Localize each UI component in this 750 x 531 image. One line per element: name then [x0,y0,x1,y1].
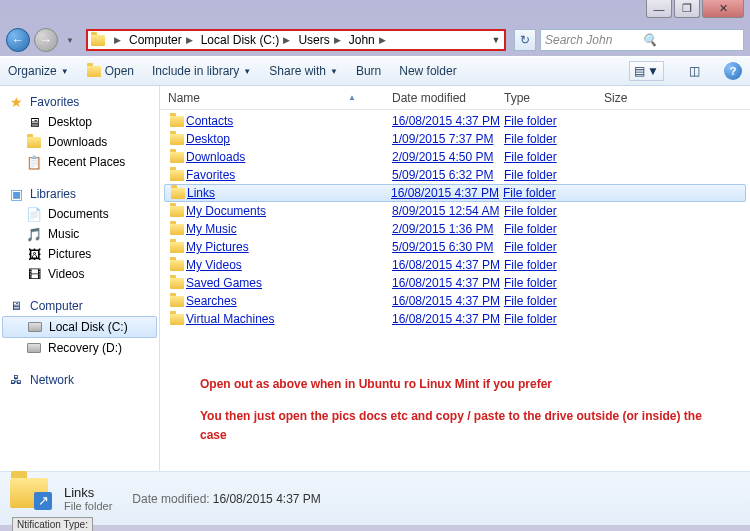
nav-documents[interactable]: 📄Documents [0,204,159,224]
music-icon: 🎵 [26,226,42,242]
minimize-button[interactable]: — [646,0,672,18]
sort-asc-icon: ▲ [348,93,356,102]
share-menu[interactable]: Share with▼ [269,64,338,78]
file-type: File folder [504,258,604,272]
file-list: Contacts16/08/2015 4:37 PMFile folderDes… [160,110,750,361]
address-dropdown[interactable]: ▼ [488,35,504,45]
file-name: Desktop [186,132,392,146]
open-button[interactable]: Open [87,64,134,78]
recent-icon: 📋 [26,154,42,170]
folder-icon [168,296,186,307]
file-row[interactable]: Links16/08/2015 4:37 PMFile folder [164,184,746,202]
folder-icon [168,206,186,217]
drive-icon [27,319,43,335]
file-row[interactable]: My Documents8/09/2015 12:54 AMFile folde… [160,202,750,220]
file-row[interactable]: Favorites5/09/2015 6:32 PMFile folder [160,166,750,184]
file-date: 16/08/2015 4:37 PM [392,294,504,308]
crumb-localdisk[interactable]: Local Disk (C:)▶ [199,33,297,47]
burn-button[interactable]: Burn [356,64,381,78]
file-row[interactable]: Downloads2/09/2015 4:50 PMFile folder [160,148,750,166]
nav-downloads[interactable]: Downloads [0,132,159,152]
file-type: File folder [504,276,604,290]
search-placeholder: Search John [545,33,642,47]
file-type: File folder [504,150,604,164]
nav-desktop[interactable]: 🖥Desktop [0,112,159,132]
nav-videos[interactable]: 🎞Videos [0,264,159,284]
downloads-icon [26,134,42,150]
network-icon: 🖧 [8,372,24,388]
file-name: Searches [186,294,392,308]
nav-recent[interactable]: 📋Recent Places [0,152,159,172]
file-row[interactable]: Searches16/08/2015 4:37 PMFile folder [160,292,750,310]
command-bar: Organize▼ Open Include in library▼ Share… [0,56,750,86]
file-date: 16/08/2015 4:37 PM [392,114,504,128]
file-type: File folder [504,114,604,128]
col-date-header[interactable]: Date modified [384,91,496,105]
help-button[interactable]: ? [724,62,742,80]
close-button[interactable]: ✕ [702,0,744,18]
window-titlebar: — ❐ ✕ [0,0,750,24]
nav-pictures[interactable]: 🖼Pictures [0,244,159,264]
view-options-button[interactable]: ▤▼ [629,61,664,81]
new-folder-button[interactable]: New folder [399,64,456,78]
crumb-computer[interactable]: Computer▶ [127,33,199,47]
open-icon [87,66,101,77]
file-row[interactable]: Contacts16/08/2015 4:37 PMFile folder [160,112,750,130]
nav-pane: ★Favorites 🖥Desktop Downloads 📋Recent Pl… [0,86,160,471]
include-library-menu[interactable]: Include in library▼ [152,64,251,78]
file-row[interactable]: Desktop1/09/2015 7:37 PMFile folder [160,130,750,148]
drive-icon [26,340,42,356]
file-date: 16/08/2015 4:37 PM [392,276,504,290]
file-row[interactable]: My Videos16/08/2015 4:37 PMFile folder [160,256,750,274]
annotation-overlay: Open out as above when in Ubuntu ro Linu… [160,361,750,471]
file-row[interactable]: My Music2/09/2015 1:36 PMFile folder [160,220,750,238]
location-folder-icon [88,31,108,49]
history-dropdown[interactable]: ▼ [62,30,78,50]
file-name: Downloads [186,150,392,164]
maximize-button[interactable]: ❐ [674,0,700,18]
libraries-header[interactable]: ▣Libraries [0,184,159,204]
file-type: File folder [504,222,604,236]
col-type-header[interactable]: Type [496,91,596,105]
computer-icon: 🖥 [8,298,24,314]
file-type: File folder [503,186,603,200]
favorites-header[interactable]: ★Favorites [0,92,159,112]
network-header[interactable]: 🖧Network [0,370,159,390]
search-input[interactable]: Search John 🔍 [540,29,744,51]
folder-icon [168,152,186,163]
forward-button[interactable]: → [34,28,58,52]
details-kind: File folder [64,500,112,512]
crumb-sep-root[interactable]: ▶ [108,35,127,45]
organize-menu[interactable]: Organize▼ [8,64,69,78]
file-type: File folder [504,204,604,218]
file-name: Saved Games [186,276,392,290]
column-headers: Name▲ Date modified Type Size [160,86,750,110]
libraries-icon: ▣ [8,186,24,202]
folder-icon [168,224,186,235]
file-name: My Music [186,222,392,236]
col-size-header[interactable]: Size [596,91,656,105]
nav-local-disk-c[interactable]: Local Disk (C:) [2,316,157,338]
videos-icon: 🎞 [26,266,42,282]
computer-header[interactable]: 🖥Computer [0,296,159,316]
col-name-header[interactable]: Name▲ [160,91,384,105]
address-bar[interactable]: ▶ Computer▶ Local Disk (C:)▶ Users▶ John… [86,29,506,51]
file-row[interactable]: My Pictures5/09/2015 6:30 PMFile folder [160,238,750,256]
pictures-icon: 🖼 [26,246,42,262]
folder-icon [168,260,186,271]
crumb-john[interactable]: John▶ [347,33,392,47]
nav-music[interactable]: 🎵Music [0,224,159,244]
back-button[interactable]: ← [6,28,30,52]
folder-icon [169,188,187,199]
nav-recovery-d[interactable]: Recovery (D:) [0,338,159,358]
refresh-button[interactable]: ↻ [514,29,536,51]
file-date: 5/09/2015 6:32 PM [392,168,504,182]
file-date: 1/09/2015 7:37 PM [392,132,504,146]
crumb-users[interactable]: Users▶ [296,33,346,47]
preview-pane-button[interactable]: ◫ [682,60,706,82]
file-type: File folder [504,312,604,326]
file-row[interactable]: Virtual Machines16/08/2015 4:37 PMFile f… [160,310,750,328]
folder-icon [168,242,186,253]
file-row[interactable]: Saved Games16/08/2015 4:37 PMFile folder [160,274,750,292]
details-pane: Links File folder Date modified: 16/08/2… [0,471,750,525]
